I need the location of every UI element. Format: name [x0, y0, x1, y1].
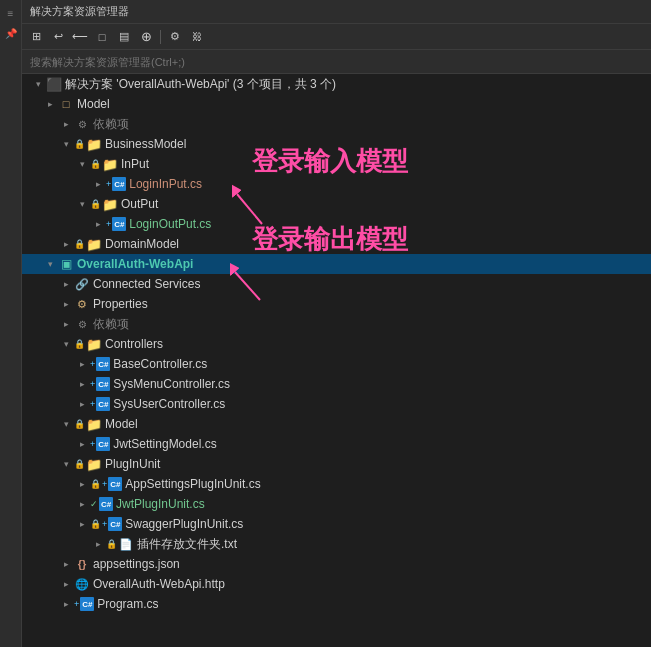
- cs-jwtsetting-icon: C#: [96, 437, 110, 451]
- overallauth-label: OverallAuth-WebApi: [77, 257, 193, 271]
- tree-item-connected[interactable]: ▸ 🔗 Connected Services: [22, 274, 651, 294]
- folder-model2-icon: 📁: [86, 416, 102, 432]
- expand-icon-http[interactable]: ▸: [58, 576, 74, 592]
- tree-item-plugin-folder[interactable]: ▸ 🔒 📄 插件存放文件夹.txt: [22, 534, 651, 554]
- plus-swagger-icon: +: [102, 519, 107, 529]
- folder-model-icon: □: [58, 96, 74, 112]
- folder-businessmodel-icon: 📁: [86, 136, 102, 152]
- tree-item-swagger-plugin[interactable]: ▸ 🔒 + C# SwaggerPlugInUnit.cs: [22, 514, 651, 534]
- domainmodel-label: DomainModel: [105, 237, 179, 251]
- tree-item-logininput[interactable]: ▸ + C# LoginInPut.cs: [22, 174, 651, 194]
- tree-item-model2[interactable]: ▾ 🔒 📁 Model: [22, 414, 651, 434]
- expand-icon-logininput[interactable]: ▸: [90, 176, 106, 192]
- tree-item-sysusercontroller[interactable]: ▸ + C# SysUserController.cs: [22, 394, 651, 414]
- program-label: Program.cs: [97, 597, 158, 611]
- expand-icon-plugin-folder[interactable]: ▸: [90, 536, 106, 552]
- tree-item-overallauth[interactable]: ▾ ▣ OverallAuth-WebApi: [22, 254, 651, 274]
- basecontroller-label: BaseController.cs: [113, 357, 207, 371]
- expand-icon-appsettings-plugin[interactable]: ▸: [74, 476, 90, 492]
- deps-overallauth-label: 依赖项: [93, 316, 129, 333]
- expand-icon-jwt-plugin[interactable]: ▸: [74, 496, 90, 512]
- tree-area: ▾ ⬛ 解决方案 'OverallAuth-WebApi' (3 个项目，共 3…: [22, 74, 651, 647]
- toolbar-btn-collapse[interactable]: □: [92, 27, 112, 47]
- overallauth-icon: ▣: [58, 256, 74, 272]
- tree-item-appsettings-json[interactable]: ▸ {} appsettings.json: [22, 554, 651, 574]
- toolbar: ⊞ ↩ ⟵ □ ▤ ⊕ ⚙ ⛓: [22, 24, 651, 50]
- tree-item-overallauth-http[interactable]: ▸ 🌐 OverallAuth-WebApi.http: [22, 574, 651, 594]
- expand-icon-basecontroller[interactable]: ▸: [74, 356, 90, 372]
- tree-item-input[interactable]: ▾ 🔒 📁 InPut: [22, 154, 651, 174]
- tree-item-controllers[interactable]: ▾ 🔒 📁 Controllers: [22, 334, 651, 354]
- jwt-plugin-label: JwtPlugInUnit.cs: [116, 497, 205, 511]
- tree-item-domainmodel[interactable]: ▸ 🔒 📁 DomainModel: [22, 234, 651, 254]
- tree-item-jwt-plugin[interactable]: ▸ ✓ C# JwtPlugInUnit.cs: [22, 494, 651, 514]
- expand-icon-businessmodel[interactable]: ▾: [58, 136, 74, 152]
- expand-icon-domainmodel[interactable]: ▸: [58, 236, 74, 252]
- tree-item-loginoutput[interactable]: ▸ + C# LoginOutPut.cs: [22, 214, 651, 234]
- cs-program-icon: C#: [80, 597, 94, 611]
- tree-item-properties[interactable]: ▸ ⚙ Properties: [22, 294, 651, 314]
- cs-basecontroller-icon: C#: [96, 357, 110, 371]
- output-label: OutPut: [121, 197, 158, 211]
- expand-icon-overallauth[interactable]: ▾: [42, 256, 58, 272]
- model-label: Model: [77, 97, 110, 111]
- tree-item-basecontroller[interactable]: ▸ + C# BaseController.cs: [22, 354, 651, 374]
- search-input[interactable]: [30, 56, 643, 68]
- tree-item-jwtsetting[interactable]: ▸ + C# JwtSettingModel.cs: [22, 434, 651, 454]
- tree-item-output[interactable]: ▾ 🔒 📁 OutPut: [22, 194, 651, 214]
- expand-icon-appsettings-json[interactable]: ▸: [58, 556, 74, 572]
- toolbar-btn-back[interactable]: ⟵: [70, 27, 90, 47]
- pluginunit-label: PlugInUnit: [105, 457, 160, 471]
- connected-icon: 🔗: [74, 276, 90, 292]
- expand-icon-pluginunit[interactable]: ▾: [58, 456, 74, 472]
- expand-icon-properties[interactable]: ▸: [58, 296, 74, 312]
- model2-label: Model: [105, 417, 138, 431]
- sidebar-toggle-icon[interactable]: ≡: [2, 4, 20, 22]
- expand-icon-program[interactable]: ▸: [58, 596, 74, 612]
- folder-pluginunit-icon: 📁: [86, 456, 102, 472]
- plugin-folder-label: 插件存放文件夹.txt: [137, 536, 237, 553]
- lock-appsettings-icon: 🔒: [90, 479, 101, 489]
- expand-icon-sysmenu[interactable]: ▸: [74, 376, 90, 392]
- lock-pluginunit-icon: 🔒: [74, 459, 85, 469]
- folder-input-icon: 📁: [102, 156, 118, 172]
- toolbar-btn-grid[interactable]: ⊞: [26, 27, 46, 47]
- expand-icon-sysuser[interactable]: ▸: [74, 396, 90, 412]
- solution-icon: ⬛: [46, 76, 62, 92]
- expand-icon-loginoutput[interactable]: ▸: [90, 216, 106, 232]
- expand-icon-model[interactable]: ▸: [42, 96, 58, 112]
- lock-controllers-icon: 🔒: [74, 339, 85, 349]
- panel-title-bar: 解决方案资源管理器: [22, 0, 651, 24]
- folder-controllers-icon: 📁: [86, 336, 102, 352]
- toolbar-btn-refresh[interactable]: ↩: [48, 27, 68, 47]
- tree-item-model[interactable]: ▸ □ Model: [22, 94, 651, 114]
- tree-item-businessmodel[interactable]: ▾ 🔒 📁 BusinessModel: [22, 134, 651, 154]
- expand-icon-input[interactable]: ▾: [74, 156, 90, 172]
- lock-domainmodel-icon: 🔒: [74, 239, 85, 249]
- expand-icon-model-deps[interactable]: ▸: [58, 116, 74, 132]
- expand-icon-solution[interactable]: ▾: [30, 76, 46, 92]
- properties-label: Properties: [93, 297, 148, 311]
- check-jwt-icon: ✓: [90, 499, 98, 509]
- tree-item-appsettings-plugin[interactable]: ▸ 🔒 + C# AppSettingsPlugInUnit.cs: [22, 474, 651, 494]
- tree-item-program[interactable]: ▸ + C# Program.cs: [22, 594, 651, 614]
- tree-item-deps-overallauth[interactable]: ▸ ⚙ 依赖项: [22, 314, 651, 334]
- tree-item-sysmenucontroller[interactable]: ▸ + C# SysMenuController.cs: [22, 374, 651, 394]
- expand-icon-model2[interactable]: ▾: [58, 416, 74, 432]
- expand-icon-output[interactable]: ▾: [74, 196, 90, 212]
- expand-icon-deps-overallauth[interactable]: ▸: [58, 316, 74, 332]
- tree-item-solution[interactable]: ▾ ⬛ 解决方案 'OverallAuth-WebApi' (3 个项目，共 3…: [22, 74, 651, 94]
- expand-icon-jwtsetting[interactable]: ▸: [74, 436, 90, 452]
- plus-logininput-icon: +: [106, 179, 111, 189]
- expand-icon-controllers[interactable]: ▾: [58, 336, 74, 352]
- toolbar-btn-pin[interactable]: ⊕: [136, 27, 156, 47]
- tree-item-model-deps[interactable]: ▸ ⚙ 依赖项: [22, 114, 651, 134]
- toolbar-btn-link[interactable]: ⛓: [187, 27, 207, 47]
- toolbar-btn-settings[interactable]: ⚙: [165, 27, 185, 47]
- expand-icon-swagger-plugin[interactable]: ▸: [74, 516, 90, 532]
- expand-icon-connected[interactable]: ▸: [58, 276, 74, 292]
- toolbar-btn-filter[interactable]: ▤: [114, 27, 134, 47]
- cs-sysmenu-icon: C#: [96, 377, 110, 391]
- tree-item-pluginunit[interactable]: ▾ 🔒 📁 PlugInUnit: [22, 454, 651, 474]
- sidebar-pin-icon[interactable]: 📌: [2, 24, 20, 42]
